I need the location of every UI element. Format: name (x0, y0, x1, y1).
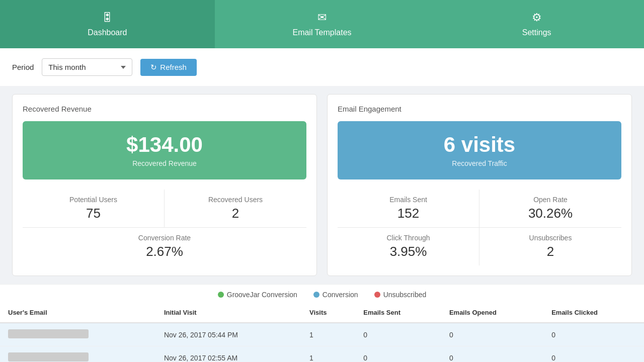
table-section: GrooveJar Conversion Conversion Unsubscr… (0, 284, 644, 362)
unsubscribes-label: Unsubscribes (484, 234, 617, 242)
legend-unsubscribed: Unsubscribed (374, 291, 427, 299)
nav-dashboard-label: Dashboard (88, 28, 127, 37)
groovejar-legend-label: GrooveJar Conversion (227, 291, 297, 299)
email-engagement-stats: Emails Sent 152 Open Rate 30.26% Click T… (338, 190, 621, 265)
click-through-label: Click Through (342, 234, 475, 242)
table-cell-visits: 1 (301, 323, 355, 346)
recovered-revenue-stats: Potential Users 75 Recovered Users 2 (23, 190, 306, 227)
click-through-cell: Click Through 3.95% (338, 228, 479, 265)
recovered-traffic-label: Recovered Traffic (346, 159, 613, 167)
emails-sent-cell: Emails Sent 152 (338, 190, 479, 228)
potential-users-value: 75 (27, 206, 160, 221)
refresh-button[interactable]: ↻ Refresh (140, 59, 197, 76)
settings-icon: ⚙ (532, 11, 542, 24)
table-cell-emails-clicked: 0 (543, 346, 644, 362)
col-emails-opened: Emails Opened (441, 303, 543, 323)
groovejar-dot (218, 292, 224, 298)
emails-sent-value: 152 (342, 206, 475, 221)
conversion-dot (313, 292, 319, 298)
recovered-revenue-card: Recovered Revenue $134.00 Recovered Reve… (12, 94, 317, 276)
nav-email-templates-label: Email Templates (292, 28, 351, 37)
conversion-rate-cell: Conversion Rate 2.67% (23, 227, 306, 265)
table-row: Nov 26, 2017 05:44 PM1000 (0, 323, 644, 346)
refresh-icon: ↻ (150, 63, 157, 72)
table-cell-email (0, 323, 156, 346)
email-engagement-card: Email Engagement 6 visits Recovered Traf… (327, 94, 632, 276)
visits-value: 6 visits (346, 133, 613, 156)
conversion-rate-value: 2.67% (27, 244, 302, 259)
cards-row: Recovered Revenue $134.00 Recovered Reve… (0, 86, 644, 284)
recovered-users-cell: Recovered Users 2 (165, 190, 306, 227)
dashboard-icon: 🎛 (102, 11, 113, 24)
conversion-rate-label: Conversion Rate (27, 234, 302, 242)
email-engagement-stat-box: 6 visits Recovered Traffic (338, 121, 621, 179)
emails-sent-label: Emails Sent (342, 196, 475, 204)
table-cell-initial-visit: Nov 26, 2017 02:55 AM (156, 346, 301, 362)
recovered-revenue-stat-label: Recovered Revenue (31, 159, 298, 167)
email-icon: ✉ (317, 11, 327, 24)
open-rate-cell: Open Rate 30.26% (479, 190, 621, 228)
email-engagement-title: Email Engagement (338, 105, 621, 113)
unsubscribed-dot (374, 292, 380, 298)
click-through-value: 3.95% (342, 244, 475, 259)
recovered-revenue-title: Recovered Revenue (23, 105, 306, 113)
open-rate-value: 30.26% (484, 206, 617, 221)
table-cell-initial-visit: Nov 26, 2017 05:44 PM (156, 323, 301, 346)
nav-settings[interactable]: ⚙ Settings (429, 0, 644, 48)
nav-email-templates[interactable]: ✉ Email Templates (215, 0, 430, 48)
recovered-revenue-stat-box: $134.00 Recovered Revenue (23, 121, 306, 179)
data-table: User's Email Initial Visit Visits Emails… (0, 303, 644, 362)
legend-conversion: Conversion (313, 291, 358, 299)
potential-users-cell: Potential Users 75 (23, 190, 165, 227)
unsubscribed-legend-label: Unsubscribed (383, 291, 427, 299)
potential-users-label: Potential Users (27, 196, 160, 204)
table-cell-email (0, 346, 156, 362)
period-label: Period (12, 63, 34, 71)
table-row: Nov 26, 2017 02:55 AM1000 (0, 346, 644, 362)
refresh-label: Refresh (160, 63, 187, 71)
table-cell-emails-sent: 0 (355, 346, 441, 362)
nav-dashboard[interactable]: 🎛 Dashboard (0, 0, 215, 48)
legend-row: GrooveJar Conversion Conversion Unsubscr… (0, 284, 644, 303)
table-cell-emails-clicked: 0 (543, 323, 644, 346)
recovered-users-label: Recovered Users (169, 196, 302, 204)
legend-groovejar: GrooveJar Conversion (218, 291, 297, 299)
table-cell-emails-opened: 0 (441, 346, 543, 362)
col-visits: Visits (301, 303, 355, 323)
recovered-revenue-value: $134.00 (31, 133, 298, 156)
recovered-users-value: 2 (169, 206, 302, 221)
table-cell-visits: 1 (301, 346, 355, 362)
conversion-legend-label: Conversion (323, 291, 358, 299)
period-select[interactable]: This monthLast monthLast 7 daysLast 30 d… (42, 58, 132, 76)
table-cell-emails-sent: 0 (355, 323, 441, 346)
table-header-row: User's Email Initial Visit Visits Emails… (0, 303, 644, 323)
toolbar: Period This monthLast monthLast 7 daysLa… (0, 48, 644, 86)
col-emails-clicked: Emails Clicked (543, 303, 644, 323)
table-cell-emails-opened: 0 (441, 323, 543, 346)
unsubscribes-value: 2 (484, 244, 617, 259)
col-email: User's Email (0, 303, 156, 323)
unsubscribes-cell: Unsubscribes 2 (479, 228, 621, 265)
col-emails-sent: Emails Sent (355, 303, 441, 323)
main-nav: 🎛 Dashboard ✉ Email Templates ⚙ Settings (0, 0, 644, 48)
col-initial-visit: Initial Visit (156, 303, 301, 323)
open-rate-label: Open Rate (484, 196, 617, 204)
nav-settings-label: Settings (522, 28, 551, 37)
